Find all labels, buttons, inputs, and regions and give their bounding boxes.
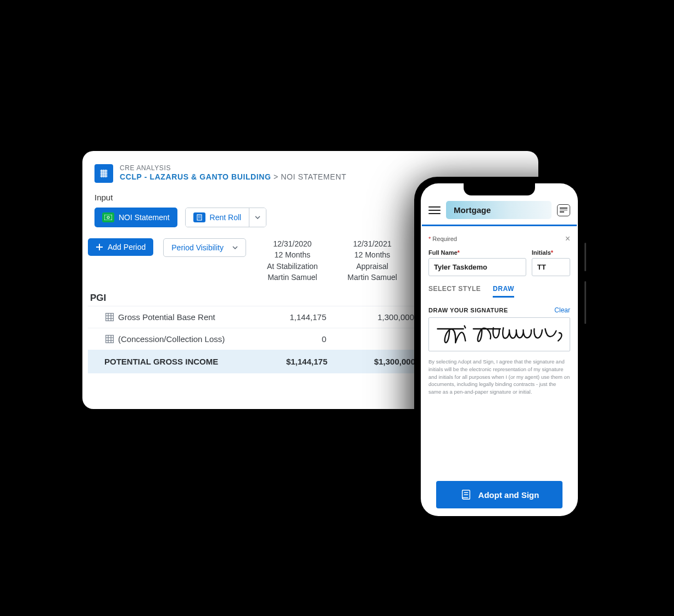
period-date: 12/31/2021: [348, 238, 397, 249]
period-visibility-button[interactable]: Period Visibility: [163, 238, 246, 257]
building-icon: [193, 212, 205, 222]
analysis-grid-icon: [94, 164, 113, 183]
tab-select-style[interactable]: SELECT STYLE: [428, 285, 481, 298]
grid-icon: [105, 335, 114, 343]
add-period-label: Add Period: [108, 243, 146, 251]
legal-disclaimer: By selecting Adopt and Sign, I agree tha…: [428, 358, 570, 396]
period-date: 12/31/2020: [267, 238, 318, 249]
chevron-down-icon: [255, 216, 260, 219]
row-label: (Concession/Collection Loss): [118, 334, 225, 344]
svg-point-10: [107, 216, 109, 219]
period-column: 12/31/2020 12 Months At Stabilization Ma…: [267, 238, 318, 283]
period-months: 12 Months: [267, 249, 318, 260]
period-basis: Appraisal: [348, 261, 397, 272]
breadcrumb-separator: >: [274, 172, 278, 181]
phone-side-button: [584, 243, 586, 271]
cash-icon: [102, 212, 114, 222]
add-period-button[interactable]: Add Period: [88, 238, 153, 256]
period-visibility-label: Period Visibility: [171, 243, 224, 252]
svg-rect-9: [104, 215, 112, 220]
total-value: $1,144,175: [252, 357, 339, 366]
period-author: Martin Samuel: [348, 272, 397, 283]
full-name-input[interactable]: [428, 258, 526, 276]
svg-rect-16: [106, 313, 114, 321]
breadcrumb-category: CRE ANALYSIS: [120, 164, 347, 172]
draw-signature-label: DRAW YOUR SIGNATURE: [428, 307, 508, 313]
phone-device: Mortgage * Required × Full Name* Initial…: [414, 177, 584, 523]
signature-drawing: [435, 320, 564, 349]
grid-icon: [105, 313, 114, 321]
svg-rect-11: [197, 215, 202, 220]
rent-roll-button-group: Rent Roll: [185, 208, 267, 227]
row-value: 0: [250, 334, 338, 344]
adopt-and-sign-button[interactable]: Adopt and Sign: [436, 481, 562, 508]
tab-draw[interactable]: DRAW: [493, 285, 514, 298]
svg-rect-12: [198, 216, 199, 217]
close-icon[interactable]: ×: [565, 234, 570, 244]
svg-rect-13: [199, 216, 200, 217]
breadcrumb-leaf: NOI STATEMENT: [281, 172, 346, 181]
menu-icon[interactable]: [428, 206, 441, 214]
scroll-icon: [460, 489, 472, 501]
svg-rect-15: [199, 217, 200, 219]
full-name-label: Full Name*: [428, 249, 526, 256]
total-label: POTENTIAL GROSS INCOME: [92, 357, 252, 366]
required-label: * Required: [428, 236, 457, 242]
initials-input[interactable]: [532, 258, 570, 276]
rent-roll-label: Rent Roll: [210, 213, 242, 222]
period-basis: At Stabilization: [267, 261, 318, 272]
period-author: Martin Samuel: [267, 272, 318, 283]
adopt-and-sign-label: Adopt and Sign: [478, 490, 539, 500]
noi-statement-button[interactable]: NOI Statement: [94, 208, 177, 227]
phone-notch: [464, 183, 535, 195]
period-column: 12/31/2021 12 Months Appraisal Martin Sa…: [348, 238, 397, 283]
breadcrumb-entity[interactable]: CCLP - LAZARUS & GANTO BUILDING: [120, 172, 271, 181]
page-title: Mortgage: [446, 201, 552, 219]
row-value: 1,300,000: [338, 312, 426, 322]
svg-rect-21: [106, 335, 114, 343]
breadcrumb-path[interactable]: CCLP - LAZARUS & GANTO BUILDING > NOI ST…: [120, 172, 347, 181]
chevron-down-icon: [232, 246, 238, 249]
rent-roll-button[interactable]: Rent Roll: [186, 208, 249, 227]
signature-canvas[interactable]: [428, 317, 570, 351]
noi-statement-label: NOI Statement: [119, 213, 170, 222]
plus-icon: [96, 243, 103, 251]
row-value: 1,144,175: [250, 312, 338, 322]
rent-roll-dropdown[interactable]: [249, 208, 266, 227]
phone-side-button: [584, 281, 586, 324]
initials-label: Initials*: [532, 249, 570, 256]
period-months: 12 Months: [348, 249, 397, 260]
chat-icon[interactable]: [557, 204, 570, 216]
clear-signature-button[interactable]: Clear: [554, 306, 570, 314]
row-label: Gross Potential Base Rent: [118, 312, 215, 322]
svg-rect-14: [198, 217, 199, 219]
